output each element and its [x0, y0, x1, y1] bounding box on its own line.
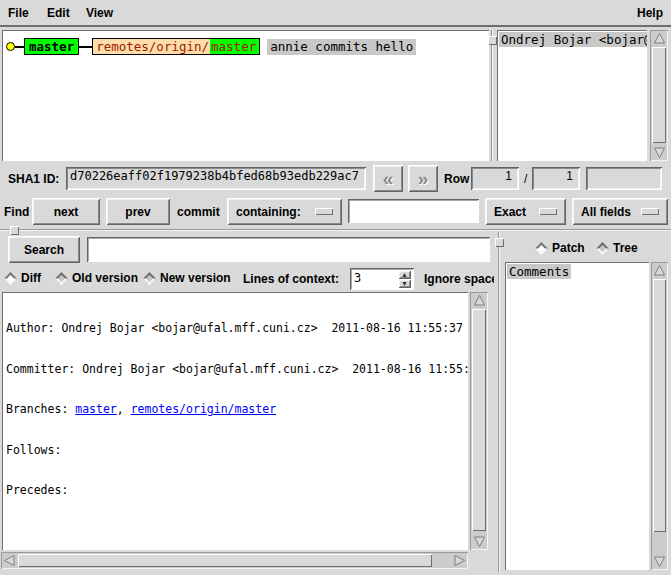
- forward-button[interactable]: »: [408, 165, 438, 192]
- row-separator: /: [524, 172, 527, 186]
- scroll-up-icon[interactable]: [470, 294, 488, 307]
- sha1-label: SHA1 ID:: [8, 172, 59, 186]
- top-sash-handle[interactable]: [488, 36, 497, 45]
- old-version-radio[interactable]: Old version: [57, 271, 138, 285]
- match-type-dropdown[interactable]: Exact: [485, 198, 566, 225]
- commit-row[interactable]: master remotes/origin/ master annie comm…: [6, 37, 416, 56]
- scroll-down-icon[interactable]: [650, 146, 668, 159]
- commit-label: commit: [177, 205, 220, 219]
- find-query-input[interactable]: [348, 199, 479, 223]
- branches-label: Branches:: [6, 402, 75, 416]
- branches-line: Branches: master, remotes/origin/master: [6, 403, 468, 417]
- scroll-up-icon[interactable]: [650, 32, 668, 45]
- find-next-button[interactable]: next: [32, 198, 100, 225]
- patch-radio[interactable]: Patch: [537, 241, 585, 255]
- remote-prefix-label: remotes/origin/: [93, 39, 210, 54]
- spin-up-icon[interactable]: ▲: [398, 270, 411, 279]
- scroll-down-icon[interactable]: [470, 535, 488, 548]
- file-list-row[interactable]: Comments: [507, 264, 571, 279]
- lower-pane-sash[interactable]: [498, 232, 500, 572]
- branch-separator: ,: [117, 402, 131, 416]
- diff-horizontal-scrollbar[interactable]: [1, 552, 468, 569]
- diff-text-view[interactable]: Author: Ondrej Bojar <bojar@ufal.mff.cun…: [2, 292, 468, 550]
- radio-unselected-icon: [596, 242, 609, 255]
- find-prev-button[interactable]: prev: [106, 198, 170, 225]
- author-line: Author: Ondrej Bojar <bojar@ufal.mff.cun…: [6, 322, 468, 336]
- search-button[interactable]: Search: [8, 236, 80, 263]
- scroll-left-icon[interactable]: [3, 552, 16, 569]
- ignore-space-checkbox[interactable]: Ignore space change: [424, 272, 494, 286]
- patch-radio-label: Patch: [552, 241, 585, 255]
- dropdown-indicator-icon: [641, 208, 659, 215]
- radio-unselected-icon: [143, 272, 156, 285]
- new-version-radio-label: New version: [160, 271, 231, 285]
- commit-dot-icon: [6, 42, 15, 51]
- scroll-up-icon[interactable]: [651, 264, 668, 277]
- spinner-value: 3: [354, 271, 361, 285]
- author-scrollbar[interactable]: [650, 30, 668, 161]
- back-button[interactable]: «: [373, 165, 403, 192]
- scrollbar-thumb[interactable]: [652, 47, 666, 143]
- row-current-field: 1: [471, 167, 519, 190]
- fields-dropdown[interactable]: All fields: [572, 198, 668, 225]
- scroll-down-icon[interactable]: [651, 555, 668, 568]
- graph-edge: [15, 46, 24, 48]
- remote-branch-label[interactable]: remotes/origin/ master: [92, 38, 260, 55]
- lines-of-context-label: Lines of context:: [243, 272, 339, 286]
- horizontal-sash-handle[interactable]: [10, 226, 19, 235]
- menu-file[interactable]: File: [8, 6, 29, 20]
- spin-down-icon[interactable]: ▼: [398, 279, 411, 288]
- follows-line: Follows:: [6, 444, 468, 458]
- lower-sash-handle[interactable]: [495, 238, 504, 247]
- containing-dropdown-label: containing:: [227, 205, 301, 219]
- diff-scrollbar[interactable]: [470, 292, 488, 550]
- committer-line: Committer: Ondrej Bojar <bojar@ufal.mff.…: [6, 363, 468, 377]
- author-list[interactable]: Ondrej Bojar <bojar@ufal.mff.cuni.cz>: [497, 30, 647, 161]
- diff-controls-row: Diff Old version New version Lines of co…: [0, 266, 494, 292]
- find-label: Find: [4, 205, 29, 219]
- radio-unselected-icon: [55, 272, 68, 285]
- branch-link-master[interactable]: master: [75, 402, 117, 416]
- diff-radio-label: Diff: [21, 271, 41, 285]
- dropdown-indicator-icon: [539, 208, 557, 215]
- diff-radio[interactable]: Diff: [6, 271, 41, 285]
- forward-arrow-icon: »: [418, 174, 429, 184]
- fields-dropdown-label: All fields: [572, 205, 631, 219]
- menu-view[interactable]: View: [86, 6, 113, 20]
- lines-of-context-spinner[interactable]: 3 ▲ ▼: [350, 268, 414, 290]
- menu-bar: File Edit View Help: [0, 0, 671, 27]
- branch-link-remote[interactable]: remotes/origin/master: [131, 402, 276, 416]
- file-list[interactable]: Comments: [505, 262, 649, 570]
- radio-selected-icon: [4, 272, 17, 285]
- row-label: Row: [444, 172, 469, 186]
- search-input[interactable]: [87, 237, 490, 262]
- match-type-label: Exact: [485, 205, 526, 219]
- author-list-row[interactable]: Ondrej Bojar <bojar@ufal.mff.cuni.cz>: [499, 32, 647, 47]
- file-list-scrollbar[interactable]: [651, 262, 668, 570]
- tree-radio[interactable]: Tree: [598, 241, 638, 255]
- row-total-field: 1: [532, 167, 580, 190]
- remote-branch-name: master: [210, 39, 259, 54]
- commit-graph-canvas[interactable]: master remotes/origin/ master annie comm…: [2, 30, 489, 161]
- commit-subject[interactable]: annie commits hello: [267, 39, 416, 55]
- scrollbar-thumb[interactable]: [653, 279, 666, 532]
- scrollbar-thumb[interactable]: [18, 554, 432, 567]
- containing-dropdown[interactable]: containing:: [227, 198, 342, 225]
- menu-edit[interactable]: Edit: [47, 6, 70, 20]
- row-extra-field: [586, 167, 662, 190]
- top-pane-sash[interactable]: [491, 30, 493, 161]
- precedes-line: Precedes:: [6, 484, 468, 498]
- horizontal-sash[interactable]: [0, 229, 671, 231]
- graph-edge: [79, 46, 92, 48]
- radio-selected-icon: [535, 242, 548, 255]
- menu-help[interactable]: Help: [637, 6, 663, 20]
- new-version-radio[interactable]: New version: [145, 271, 231, 285]
- old-version-radio-label: Old version: [72, 271, 138, 285]
- scroll-right-icon[interactable]: [453, 552, 466, 569]
- scrollbar-thumb[interactable]: [472, 309, 486, 531]
- tree-radio-label: Tree: [613, 241, 638, 255]
- sha1-input[interactable]: d70226eaff02f1979238b4bfed68b93edb229ac7: [66, 167, 366, 190]
- back-arrow-icon: «: [383, 174, 394, 184]
- branch-label[interactable]: master: [24, 38, 79, 55]
- dropdown-indicator-icon: [315, 208, 333, 215]
